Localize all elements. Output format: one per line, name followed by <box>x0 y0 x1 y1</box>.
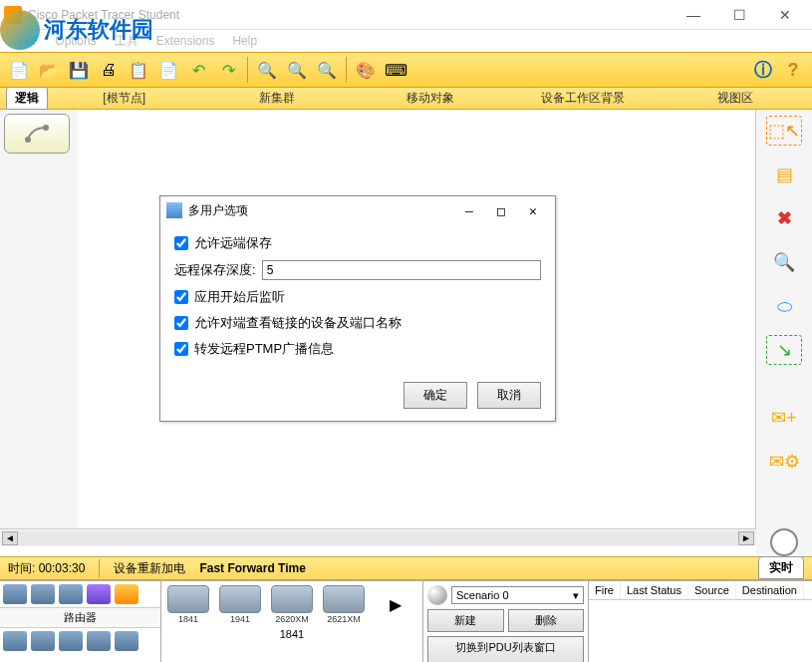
add-complex-pdu-icon[interactable]: ✉⚙ <box>766 447 802 477</box>
horizontal-scrollbar[interactable]: ◄ ► <box>0 528 756 546</box>
print-icon[interactable]: 🖨 <box>96 57 122 83</box>
wan-category-icon[interactable] <box>31 631 55 651</box>
zoom-in-icon[interactable]: 🔍 <box>254 57 280 83</box>
zoom-out-icon[interactable]: 🔍 <box>314 57 340 83</box>
left-nav-icons <box>0 110 78 528</box>
add-simple-pdu-icon[interactable]: ✉+ <box>766 403 802 433</box>
info-icon[interactable]: ⓘ <box>750 57 776 83</box>
misc-category-icon[interactable] <box>115 631 138 651</box>
pdu-col-destination[interactable]: Destination <box>736 581 804 599</box>
device-category-label: 路由器 <box>0 607 160 628</box>
scroll-right-icon[interactable]: ► <box>738 531 754 545</box>
repower-button[interactable]: 设备重新加电 <box>114 560 185 577</box>
scroll-left-icon[interactable]: ◄ <box>2 531 18 545</box>
menu-tools[interactable]: 工具 <box>115 33 138 50</box>
bottom-panel: 路由器 1841 1941 2620XM 2621XM ▶ 1841 Scena… <box>0 580 812 662</box>
allow-peer-view-label: 允许对端查看链接的设备及端口名称 <box>194 314 402 332</box>
selected-device-label: 1841 <box>165 624 418 640</box>
select-tool-icon[interactable]: ⬚↖ <box>766 116 802 146</box>
scenario-new-button[interactable]: 新建 <box>427 609 504 632</box>
help-icon[interactable]: ? <box>780 57 806 83</box>
menu-help[interactable]: Help <box>232 34 257 48</box>
realtime-tab[interactable]: 实时 <box>758 556 804 579</box>
allow-peer-view-checkbox[interactable] <box>174 316 188 330</box>
remote-save-depth-label: 远程保存深度: <box>174 261 256 279</box>
enddevice-category-icon[interactable] <box>3 631 27 651</box>
multiuser-category-icon[interactable] <box>87 631 111 651</box>
paste-icon[interactable]: 📄 <box>155 57 181 83</box>
right-toolbar: ⬚↖ ▤ ✖ 🔍 ⬭ ↘ ✉+ ✉⚙ <box>756 110 812 528</box>
device-item[interactable]: 2621XM <box>321 585 367 624</box>
copy-icon[interactable]: 📋 <box>126 57 151 83</box>
nav-root[interactable]: [根节点] <box>48 90 200 107</box>
menubar: File Options 工具 Extensions Help <box>0 30 812 52</box>
draw-shape-icon[interactable]: ⬭ <box>766 291 802 321</box>
logic-tab[interactable]: 逻辑 <box>6 87 48 110</box>
device-item[interactable]: 2620XM <box>269 585 315 624</box>
switch-category-icon[interactable] <box>31 584 55 604</box>
open-file-icon[interactable]: 📂 <box>36 57 62 83</box>
scenario-select[interactable]: Scenario 0 <box>451 586 584 604</box>
remote-save-depth-input[interactable] <box>262 260 541 280</box>
realtime-clock-icon[interactable] <box>770 528 798 556</box>
resize-tool-icon[interactable]: ↘ <box>766 335 802 365</box>
menu-extensions[interactable]: Extensions <box>156 34 215 48</box>
dialog-icon <box>166 202 182 218</box>
time-value: 00:03:30 <box>35 561 85 575</box>
dialog-maximize-button[interactable]: □ <box>485 203 517 218</box>
nav-viewport[interactable]: 视图区 <box>660 90 812 107</box>
menu-file[interactable]: File <box>18 34 37 48</box>
router-category-icon[interactable] <box>3 584 27 604</box>
device-scroll-right-icon[interactable]: ▶ <box>373 585 418 624</box>
allow-remote-save-checkbox[interactable] <box>174 236 188 250</box>
ok-button[interactable]: 确定 <box>404 382 467 409</box>
device-item[interactable]: 1941 <box>217 585 263 624</box>
listen-after-start-checkbox[interactable] <box>174 290 188 304</box>
device-list-panel: 1841 1941 2620XM 2621XM ▶ 1841 <box>161 581 423 662</box>
save-icon[interactable]: 💾 <box>66 57 92 83</box>
palette-icon[interactable]: 🎨 <box>353 57 379 83</box>
device-item[interactable]: 1841 <box>165 585 211 624</box>
maximize-button[interactable]: ☐ <box>716 0 762 30</box>
pdu-col-source[interactable]: Source <box>688 581 736 599</box>
nav-new-cluster[interactable]: 新集群 <box>200 90 353 107</box>
nav-move-object[interactable]: 移动对象 <box>354 90 506 107</box>
cancel-button[interactable]: 取消 <box>477 382 541 409</box>
menu-options[interactable]: Options <box>55 34 96 48</box>
redo-icon[interactable]: ↷ <box>215 57 241 83</box>
device-dialog-icon[interactable]: ⌨ <box>383 57 408 83</box>
inspect-tool-icon[interactable]: 🔍 <box>766 247 802 277</box>
undo-icon[interactable]: ↶ <box>185 57 211 83</box>
dialog-title: 多用户选项 <box>188 202 453 219</box>
titlebar: Cisco Packet Tracer Student — ☐ ✕ <box>0 0 812 30</box>
close-button[interactable]: ✕ <box>762 0 808 30</box>
dialog-minimize-button[interactable]: — <box>453 203 485 218</box>
navigation-view-icon[interactable] <box>4 114 70 154</box>
nav-workarea-bg[interactable]: 设备工作区背景 <box>506 90 659 107</box>
scenario-panel: Scenario 0 新建 删除 切换到PDU列表窗口 <box>423 581 589 662</box>
hub-category-icon[interactable] <box>59 584 83 604</box>
pdu-col-last-status[interactable]: Last Status <box>621 581 688 599</box>
new-file-icon[interactable]: 📄 <box>6 57 32 83</box>
minimize-button[interactable]: — <box>671 0 716 30</box>
multiuser-options-dialog: 多用户选项 — □ ✕ 允许远端保存 远程保存深度: 应用开始后监听 允许对端查… <box>159 195 556 422</box>
delete-tool-icon[interactable]: ✖ <box>766 203 802 233</box>
scenario-cycle-icon[interactable] <box>427 585 447 605</box>
forward-ptmp-label: 转发远程PTMP广播信息 <box>194 340 334 358</box>
wireless-category-icon[interactable] <box>87 584 111 604</box>
window-title: Cisco Packet Tracer Student <box>28 8 671 22</box>
zoom-reset-icon[interactable]: 🔍 <box>284 57 310 83</box>
fast-forward-button[interactable]: Fast Forward Time <box>199 561 305 575</box>
app-icon <box>4 6 22 24</box>
toggle-pdu-list-button[interactable]: 切换到PDU列表窗口 <box>427 636 584 662</box>
device-category-panel: 路由器 <box>0 581 161 662</box>
note-tool-icon[interactable]: ▤ <box>766 160 802 189</box>
scenario-delete-button[interactable]: 删除 <box>508 609 585 632</box>
custom-category-icon[interactable] <box>59 631 83 651</box>
forward-ptmp-checkbox[interactable] <box>174 342 188 356</box>
time-label: 时间: <box>8 561 35 575</box>
pdu-col-fire[interactable]: Fire <box>589 581 621 599</box>
dialog-close-button[interactable]: ✕ <box>517 203 549 218</box>
connections-category-icon[interactable] <box>115 584 138 604</box>
main-toolbar: 📄 📂 💾 🖨 📋 📄 ↶ ↷ 🔍 🔍 🔍 🎨 ⌨ ⓘ ? <box>0 52 812 88</box>
